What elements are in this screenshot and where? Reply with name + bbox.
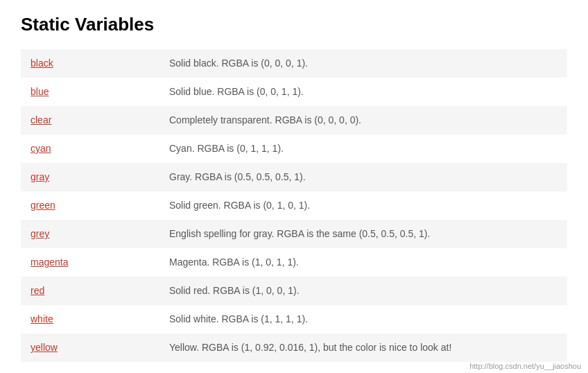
variable-link-yellow[interactable]: yellow bbox=[31, 342, 58, 353]
table-row: blackSolid black. RGBA is (0, 0, 0, 1). bbox=[21, 49, 567, 78]
variable-description: Completely transparent. RGBA is (0, 0, 0… bbox=[159, 106, 567, 135]
variable-link-red[interactable]: red bbox=[31, 285, 44, 296]
variable-link-magenta[interactable]: magenta bbox=[31, 257, 68, 268]
variable-link-black[interactable]: black bbox=[31, 58, 53, 69]
variable-link-gray[interactable]: gray bbox=[31, 171, 49, 182]
variable-description: Magenta. RGBA is (1, 0, 1, 1). bbox=[159, 248, 567, 277]
variable-description: Solid green. RGBA is (0, 1, 0, 1). bbox=[159, 191, 567, 220]
table-row: redSolid red. RGBA is (1, 0, 0, 1). bbox=[21, 277, 567, 305]
variable-link-blue[interactable]: blue bbox=[31, 86, 49, 97]
table-row: greenSolid green. RGBA is (0, 1, 0, 1). bbox=[21, 191, 567, 220]
table-row: grayGray. RGBA is (0.5, 0.5, 0.5, 1). bbox=[21, 163, 567, 191]
variable-description: Cyan. RGBA is (0, 1, 1, 1). bbox=[159, 135, 567, 163]
variable-description: Solid white. RGBA is (1, 1, 1, 1). bbox=[159, 305, 567, 333]
table-row: cyanCyan. RGBA is (0, 1, 1, 1). bbox=[21, 135, 567, 163]
variable-description: English spelling for gray. RGBA is the s… bbox=[159, 220, 567, 248]
variable-description: Yellow. RGBA is (1, 0.92, 0.016, 1), but… bbox=[159, 333, 567, 362]
variable-link-cyan[interactable]: cyan bbox=[31, 143, 51, 154]
variable-description: Gray. RGBA is (0.5, 0.5, 0.5, 1). bbox=[159, 163, 567, 191]
variables-table: blackSolid black. RGBA is (0, 0, 0, 1).b… bbox=[21, 49, 567, 362]
variable-link-white[interactable]: white bbox=[31, 313, 53, 324]
variable-description: Solid blue. RGBA is (0, 0, 1, 1). bbox=[159, 78, 567, 106]
table-row: blueSolid blue. RGBA is (0, 0, 1, 1). bbox=[21, 78, 567, 106]
watermark: http://blog.csdn.net/yu__jiaoshou bbox=[469, 362, 581, 370]
page-title: Static Variables bbox=[21, 14, 567, 35]
table-row: magentaMagenta. RGBA is (1, 0, 1, 1). bbox=[21, 248, 567, 277]
table-row: greyEnglish spelling for gray. RGBA is t… bbox=[21, 220, 567, 248]
variable-link-green[interactable]: green bbox=[31, 200, 55, 211]
variable-link-grey[interactable]: grey bbox=[31, 228, 49, 239]
page-container: Static Variables blackSolid black. RGBA … bbox=[0, 0, 588, 373]
variable-description: Solid black. RGBA is (0, 0, 0, 1). bbox=[159, 49, 567, 78]
variable-link-clear[interactable]: clear bbox=[31, 114, 51, 125]
variable-description: Solid red. RGBA is (1, 0, 0, 1). bbox=[159, 277, 567, 305]
table-row: whiteSolid white. RGBA is (1, 1, 1, 1). bbox=[21, 305, 567, 333]
table-row: yellowYellow. RGBA is (1, 0.92, 0.016, 1… bbox=[21, 333, 567, 362]
table-row: clearCompletely transparent. RGBA is (0,… bbox=[21, 106, 567, 135]
